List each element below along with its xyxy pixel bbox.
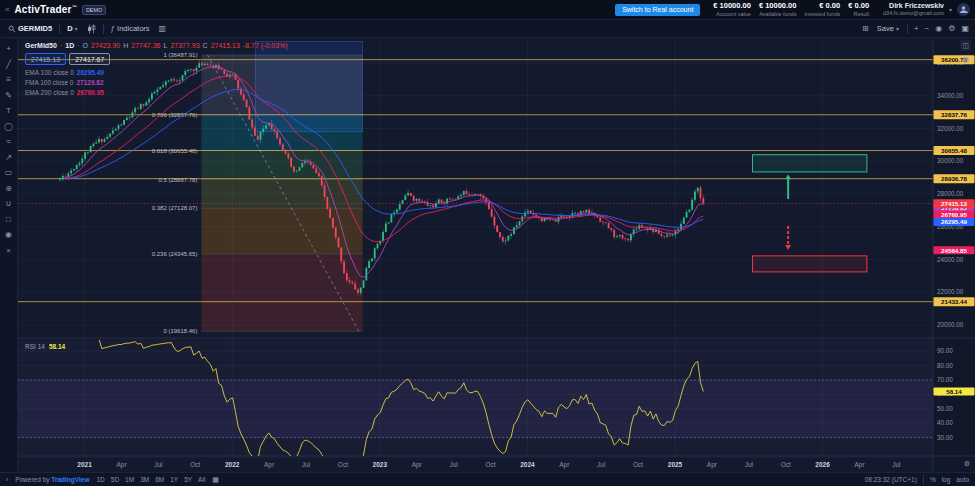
range-1m[interactable]: 1M [125, 476, 134, 483]
range-1d[interactable]: 1D [96, 476, 104, 483]
crosshair-tool[interactable]: + [1, 41, 16, 57]
person-icon [959, 5, 968, 14]
svg-text:34000.00: 34000.00 [937, 92, 964, 99]
chart-legend[interactable]: GerMid50 · 1D · O27423.90 H27747.36 L273… [25, 42, 288, 49]
svg-text:Oct: Oct [338, 461, 348, 468]
svg-text:20000.00: 20000.00 [937, 321, 964, 328]
svg-text:Jul: Jul [597, 461, 606, 468]
svg-text:22000.00: 22000.00 [937, 288, 964, 295]
magnet-tool[interactable]: ∪ [1, 196, 16, 212]
legend-h-label: H [123, 42, 128, 49]
percent-scale-toggle[interactable]: % [930, 476, 936, 483]
ma-legend-row[interactable]: FMA 100 close 027129.82 [25, 80, 104, 87]
collapse-menu-icon[interactable]: « [5, 5, 9, 14]
buy-quote-button[interactable]: 27417.67 [69, 53, 110, 65]
svg-text:24564.85: 24564.85 [941, 247, 967, 254]
range-1y[interactable]: 1Y [170, 476, 178, 483]
forecast-tool[interactable]: ↗ [1, 150, 16, 166]
range-5y[interactable]: 5Y [184, 476, 192, 483]
switch-to-real-button[interactable]: Switch to Real account [615, 4, 700, 16]
watchlist-toggle-icon[interactable]: ▤ [960, 54, 971, 65]
svg-text:80.00: 80.00 [937, 362, 953, 369]
ma-legend-row[interactable]: EMA 100 close 026295.49 [25, 70, 104, 77]
svg-text:21433.44: 21433.44 [941, 298, 967, 305]
zoom-in-icon[interactable]: + [914, 25, 919, 33]
zoom-tool[interactable]: ⊕ [1, 181, 16, 197]
screenshot-icon[interactable]: ◉ [935, 25, 942, 33]
brush-tool[interactable]: ✎ [1, 88, 16, 104]
legend-o-label: O [83, 42, 88, 49]
interval-value: D [67, 24, 72, 33]
svg-text:Jul: Jul [745, 461, 754, 468]
separator [103, 24, 104, 34]
pattern-tool[interactable]: ≈ [1, 134, 16, 150]
bottom-bar: › Powered by TradingView 1D5D1M3M6M1Y5YA… [0, 472, 975, 486]
svg-text:30000.00: 30000.00 [937, 157, 964, 164]
clock[interactable]: 08:23:32 (UTC+1) [865, 476, 917, 483]
panel-toggle-icon[interactable]: ◫ [960, 40, 971, 51]
account-metric: € 0.00Result [848, 2, 869, 17]
svg-text:27415.13: 27415.13 [941, 200, 967, 207]
settings-icon[interactable]: ⚙ [948, 25, 955, 33]
lock-tool[interactable]: □ [1, 212, 16, 228]
candlestick-icon [87, 24, 96, 34]
log-scale-toggle[interactable]: log [942, 476, 951, 483]
templates-icon[interactable]: ⊞ [862, 25, 869, 33]
legend-l-value: 27377.93 [170, 42, 199, 49]
svg-text:0.236 (24345.65): 0.236 (24345.65) [152, 251, 198, 257]
svg-text:70.00: 70.00 [937, 376, 953, 383]
account-metric: € 10000.00Available funds [759, 2, 797, 17]
sell-quote-button[interactable]: 27415.13 [25, 53, 66, 65]
measure-tool[interactable]: ▭ [1, 165, 16, 181]
svg-text:90.00: 90.00 [937, 347, 953, 354]
user-avatar[interactable] [957, 3, 970, 16]
svg-text:Apr: Apr [707, 461, 718, 469]
range-6m[interactable]: 6M [155, 476, 164, 483]
timescale-settings-icon[interactable]: ⚙ [964, 460, 970, 468]
user-menu-caret-icon[interactable]: ▾ [949, 6, 952, 13]
chart-type-button[interactable] [85, 23, 98, 35]
grid-icon: ▥ [159, 25, 167, 33]
save-layout-button[interactable]: Save▾ [875, 23, 901, 34]
interval-selector[interactable]: D▾ [65, 23, 79, 34]
symbol-search[interactable]: GERMID5 [6, 23, 54, 34]
legend-change: -8.77 (-0.03%) [243, 42, 288, 49]
fullscreen-icon[interactable]: ▣ [961, 25, 969, 33]
rsi-legend[interactable]: RSI 14 58.14 [25, 343, 65, 350]
eye-tool[interactable]: ◉ [1, 227, 16, 243]
legend-c-value: 27415.13 [211, 42, 240, 49]
layout-grid-button[interactable]: ▥ [157, 24, 169, 34]
user-name: Dirk Friczewskiv [889, 2, 944, 10]
svg-text:24000.00: 24000.00 [937, 256, 964, 263]
activtrader-app: « ActivTrader™ DEMO Switch to Real accou… [0, 0, 975, 486]
calendar-icon[interactable]: ▦ [212, 476, 219, 483]
text-tool[interactable]: T [1, 103, 16, 119]
zoom-out-icon[interactable]: − [925, 25, 930, 33]
svg-text:Oct: Oct [190, 461, 200, 468]
separator [923, 475, 924, 485]
range-5d[interactable]: 5D [111, 476, 119, 483]
logo-text: ActivTrader [14, 4, 71, 15]
range-all[interactable]: All [198, 476, 205, 483]
svg-text:2023: 2023 [373, 461, 388, 468]
trash-tool[interactable]: × [1, 243, 16, 259]
ma-legend-row[interactable]: EMA 200 close 026760.95 [25, 90, 104, 97]
legend-c-label: C [203, 42, 208, 49]
chart-area: 1 (36487.91)0.786 (32837.76)0.618 (30655… [18, 38, 975, 472]
powered-by[interactable]: Powered by TradingView [15, 476, 89, 483]
user-info[interactable]: Dirk Friczewskiv d34.fx.demo@gmail.com [883, 2, 944, 16]
symbol-name: GERMID5 [18, 24, 52, 33]
app-logo: ActivTrader™ [14, 4, 76, 15]
legend-l-label: L [163, 42, 167, 49]
fib-retracement-tool[interactable]: ≡ [1, 72, 16, 88]
svg-text:28936.78: 28936.78 [941, 175, 967, 182]
quick-panel-icon[interactable]: › [6, 476, 8, 483]
auto-scale-toggle[interactable]: auto [956, 476, 969, 483]
svg-text:2024: 2024 [520, 461, 535, 468]
price-chart-canvas[interactable]: 1 (36487.91)0.786 (32837.76)0.618 (30655… [18, 38, 975, 472]
range-3m[interactable]: 3M [140, 476, 149, 483]
indicators-button[interactable]: ƒIndicators [109, 23, 152, 34]
trendline-tool[interactable]: ╱ [1, 57, 16, 73]
svg-text:Apr: Apr [116, 461, 127, 469]
shapes-tool[interactable]: ◯ [1, 119, 16, 135]
